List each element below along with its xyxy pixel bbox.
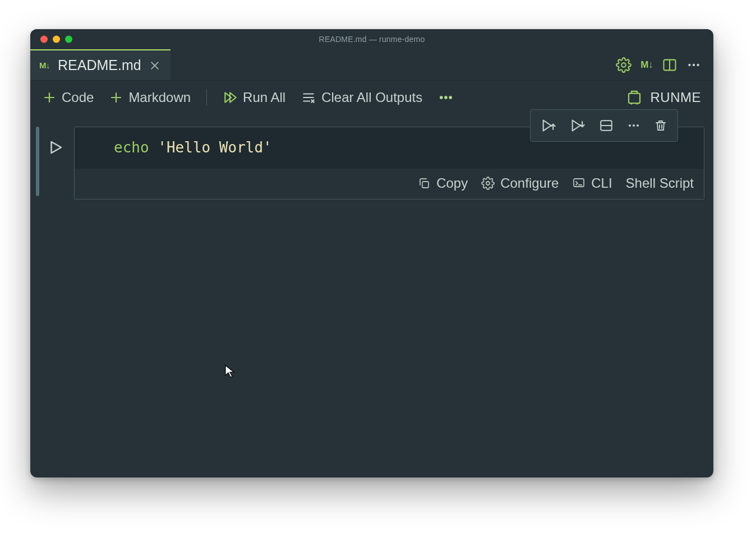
clear-outputs-button[interactable]: Clear All Outputs	[301, 90, 422, 105]
svg-point-36	[486, 182, 490, 185]
svg-point-31	[633, 124, 635, 127]
close-tab-button[interactable]	[149, 60, 160, 71]
cli-button[interactable]: CLI	[572, 175, 612, 191]
toolbar-more-icon[interactable]	[438, 90, 454, 105]
svg-point-32	[637, 124, 639, 127]
cell-floating-toolbar	[530, 109, 678, 142]
cell-gutter	[36, 127, 39, 196]
svg-marker-25	[52, 142, 62, 153]
code-token-string: 'Hello World'	[158, 139, 272, 156]
toolbar-separator	[206, 89, 207, 106]
configure-button[interactable]: Configure	[481, 175, 559, 191]
run-above-icon[interactable]	[541, 118, 556, 133]
language-label: Shell Script	[626, 175, 694, 191]
svg-point-7	[697, 63, 699, 66]
tab-label: README.md	[58, 57, 141, 73]
svg-marker-26	[543, 120, 551, 131]
svg-point-2	[622, 63, 626, 67]
cell-more-icon[interactable]	[627, 119, 640, 132]
tab-bar: M↓ README.md M↓	[30, 49, 713, 81]
markdown-preview-icon[interactable]: M↓	[640, 59, 653, 71]
split-cell-icon[interactable]	[599, 118, 614, 133]
titlebar: README.md — runme-demo	[30, 29, 713, 49]
editor-window: README.md — runme-demo M↓ README.md M↓	[30, 29, 713, 477]
cell-row: echo 'Hello World' Copy Configure	[47, 127, 704, 200]
window-title: README.md — runme-demo	[30, 35, 713, 44]
delete-cell-icon[interactable]	[654, 119, 667, 132]
run-cell-button[interactable]	[47, 139, 64, 158]
tab-actions: M↓	[616, 49, 713, 80]
run-below-icon[interactable]	[570, 118, 586, 133]
traffic-lights	[40, 36, 72, 43]
minimize-window-button[interactable]	[53, 36, 60, 43]
svg-point-21	[449, 96, 452, 99]
svg-point-30	[629, 124, 631, 127]
split-editor-icon[interactable]	[662, 57, 677, 73]
more-actions-icon[interactable]	[686, 58, 701, 72]
code-token-space	[149, 139, 158, 156]
add-markdown-label: Markdown	[128, 90, 191, 105]
svg-marker-27	[573, 120, 580, 131]
cursor-icon	[224, 364, 236, 381]
maximize-window-button[interactable]	[65, 36, 72, 43]
settings-gear-icon[interactable]	[616, 57, 631, 73]
language-selector[interactable]: Shell Script	[626, 175, 694, 191]
svg-rect-22	[629, 94, 640, 104]
add-markdown-button[interactable]: Markdown	[109, 90, 191, 105]
add-code-label: Code	[62, 90, 94, 105]
copy-button[interactable]: Copy	[417, 175, 468, 191]
toolbar-right: RUNME	[626, 89, 702, 106]
code-cell[interactable]: echo 'Hello World' Copy Configure	[74, 127, 704, 200]
svg-point-5	[688, 63, 690, 66]
cell-footer: Copy Configure CLI Shell Scri	[75, 169, 704, 199]
svg-point-20	[445, 96, 448, 99]
code-token-command: echo	[114, 139, 149, 156]
clear-outputs-label: Clear All Outputs	[321, 90, 422, 105]
run-all-label: Run All	[243, 90, 285, 105]
markdown-filetype-icon: M↓	[39, 61, 50, 70]
cli-label: CLI	[591, 175, 612, 191]
svg-point-19	[440, 96, 443, 99]
run-all-button[interactable]: Run All	[223, 90, 285, 105]
svg-rect-35	[422, 182, 428, 188]
runme-label[interactable]: RUNME	[651, 90, 702, 105]
tab-readme[interactable]: M↓ README.md	[30, 49, 170, 80]
close-window-button[interactable]	[40, 36, 48, 43]
runme-icon[interactable]	[626, 89, 643, 106]
copy-label: Copy	[436, 175, 468, 191]
configure-label: Configure	[500, 175, 559, 191]
svg-point-6	[693, 63, 695, 66]
cell-area: echo 'Hello World' Copy Configure	[30, 114, 713, 477]
add-code-button[interactable]: Code	[43, 90, 94, 105]
